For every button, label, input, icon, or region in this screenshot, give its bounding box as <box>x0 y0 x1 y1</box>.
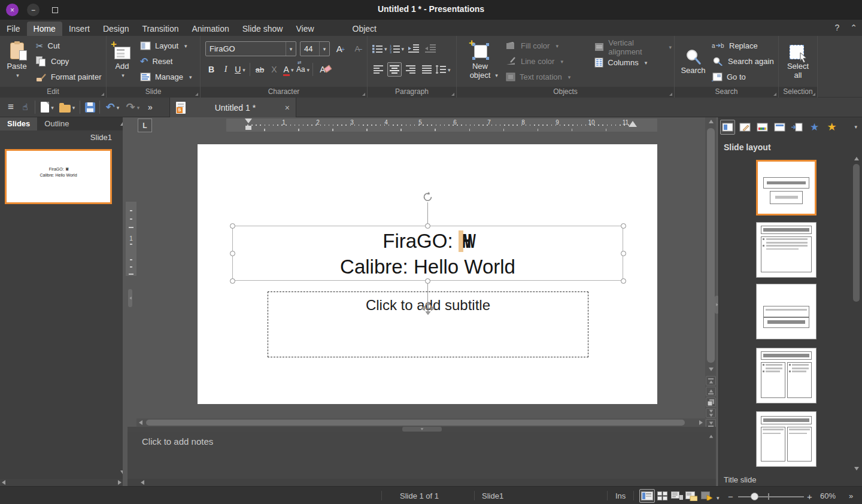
zoom-out-button[interactable]: − <box>728 491 733 502</box>
menu-animation[interactable]: Animation <box>185 22 235 36</box>
chevron-down-icon[interactable] <box>49 102 54 112</box>
strikethrough-button[interactable]: ab <box>253 62 267 77</box>
justify-button[interactable] <box>420 62 434 77</box>
change-case-button[interactable]: Aa <box>296 62 310 77</box>
go-to-button[interactable]: Go to <box>709 69 776 84</box>
scroll-down-icon[interactable] <box>854 467 859 470</box>
statusbar-overflow-icon[interactable]: » <box>849 491 853 500</box>
chevron-down-icon[interactable] <box>446 65 451 74</box>
notes-area[interactable]: Click to add notes <box>128 432 717 479</box>
align-center-button[interactable] <box>387 62 402 77</box>
menu-hamburger-button[interactable]: ≡ <box>4 100 18 114</box>
zoom-slider-thumb[interactable] <box>751 493 758 500</box>
layout-title-content[interactable] <box>756 222 817 278</box>
menu-home[interactable]: Home <box>27 22 62 36</box>
zoom-in-button[interactable]: + <box>807 491 812 502</box>
numbered-list-button[interactable]: 123 <box>390 41 405 56</box>
chevron-down-icon[interactable] <box>115 102 120 112</box>
new-object-button[interactable]: + New object <box>463 41 497 81</box>
scroll-left-icon[interactable] <box>2 480 5 485</box>
font-size-combobox[interactable]: 44 ▾ <box>300 41 330 56</box>
copy-button[interactable]: Copy <box>34 54 104 69</box>
main-horizontal-scrollbar[interactable] <box>136 418 705 427</box>
add-slide-button[interactable]: + Add <box>107 42 138 81</box>
menu-view[interactable]: View <box>289 22 320 36</box>
sidebar-tab-animation[interactable] <box>755 120 770 135</box>
zoom-slider-track[interactable] <box>738 496 804 497</box>
decrease-font-size-button[interactable]: A− <box>351 42 366 56</box>
redo-button[interactable]: ↷ <box>123 100 143 114</box>
columns-button[interactable]: Columns <box>592 55 674 70</box>
format-painter-button[interactable]: Format painter <box>34 69 104 84</box>
tab-slides[interactable]: Slides <box>0 117 37 130</box>
paste-button[interactable]: Paste <box>0 41 34 81</box>
scroll-left-icon[interactable] <box>139 420 142 425</box>
pan-tool-button[interactable]: ☝ <box>18 100 32 114</box>
zoom-level[interactable]: 60% <box>820 491 836 500</box>
splitter-grip[interactable] <box>402 427 442 432</box>
selection-handle-w[interactable] <box>230 251 235 256</box>
scroll-up-icon[interactable] <box>709 435 713 438</box>
previous-slide-button[interactable] <box>706 387 716 396</box>
cut-button[interactable]: ✂ Cut <box>34 38 104 53</box>
slide-thumbnail[interactable]: FiraGO: HW Calibre: Hello World <box>5 149 112 204</box>
bold-button[interactable]: B <box>204 62 218 77</box>
vertical-scroll-thumb[interactable] <box>707 128 715 363</box>
increase-indent-button[interactable] <box>406 41 421 56</box>
menu-insert[interactable]: Insert <box>62 22 96 36</box>
close-tab-icon[interactable]: × <box>285 103 290 113</box>
chevron-down-icon[interactable] <box>71 102 75 112</box>
fill-color-button[interactable]: Fill color <box>503 38 586 53</box>
sidebar-tab-effects[interactable]: ★ <box>807 120 822 135</box>
sidebar-scrollbar[interactable] <box>852 156 860 479</box>
sidebar-tab-properties[interactable] <box>720 120 735 135</box>
chevron-down-icon[interactable] <box>135 102 140 112</box>
menu-transition[interactable]: Transition <box>136 22 186 36</box>
scroll-left-icon[interactable] <box>141 480 144 485</box>
layout-button[interactable]: Layout <box>138 38 195 53</box>
search-again-button[interactable]: Search again <box>709 54 776 69</box>
sidebar-tab-gallery[interactable]: ★ <box>824 120 839 135</box>
undo-button[interactable]: ↶ <box>102 100 123 114</box>
select-all-button[interactable]: Select all <box>782 42 814 81</box>
notes-hscrollbar[interactable] <box>128 479 717 486</box>
layout-title-slide[interactable] <box>756 160 817 215</box>
collapse-slides-panel-handle[interactable] <box>128 289 132 307</box>
open-document-button[interactable] <box>57 100 77 114</box>
italic-button[interactable]: I <box>218 62 233 77</box>
decrease-indent-button[interactable] <box>423 41 438 56</box>
chevron-down-icon[interactable] <box>305 65 310 74</box>
sidebar-tab-master-slides[interactable] <box>772 120 787 135</box>
slide-sorter-view-button[interactable] <box>655 489 670 503</box>
bullet-list-button[interactable] <box>372 41 387 56</box>
normal-view-button[interactable] <box>639 489 655 503</box>
right-indent-marker[interactable] <box>629 121 637 127</box>
font-name-combobox[interactable]: FiraGO ▾ <box>205 41 296 56</box>
slides-panel-hscrollbar[interactable] <box>0 479 128 486</box>
toolbar-overflow-button[interactable]: » <box>143 100 157 114</box>
vertical-alignment-button[interactable]: Vertical alignment <box>592 40 674 54</box>
menu-design[interactable]: Design <box>96 22 136 36</box>
tab-outline[interactable]: Outline <box>37 117 76 130</box>
replace-button[interactable]: ab Replace <box>709 38 776 53</box>
chevron-down-icon[interactable] <box>241 65 245 74</box>
selection-handle-ne[interactable] <box>621 223 626 229</box>
next-slide-button[interactable] <box>706 408 716 418</box>
sidebar-tab-slide-transition[interactable] <box>737 120 752 135</box>
scroll-right-icon[interactable] <box>118 480 122 485</box>
increase-font-size-button[interactable]: A+ <box>333 42 348 56</box>
sidebar-tab-shapes[interactable] <box>790 120 805 135</box>
slide-canvas[interactable]: FiraGO: HW Calibre: Hello World Click to… <box>198 144 657 404</box>
layout-centered-text[interactable] <box>756 284 817 339</box>
align-left-button[interactable] <box>371 62 386 77</box>
notes-view-button[interactable] <box>684 489 699 503</box>
underline-button[interactable]: U <box>233 62 247 77</box>
notes-splitter[interactable] <box>128 427 717 432</box>
help-icon[interactable]: ? <box>834 23 839 32</box>
chevron-down-icon[interactable]: ▾ <box>286 42 296 56</box>
search-button[interactable]: Search <box>677 47 709 76</box>
reset-button[interactable]: ↶ Reset <box>138 54 195 69</box>
layout-two-content[interactable] <box>756 348 817 403</box>
horizontal-scroll-thumb[interactable] <box>146 420 685 426</box>
selection-handle-se[interactable] <box>621 278 626 284</box>
